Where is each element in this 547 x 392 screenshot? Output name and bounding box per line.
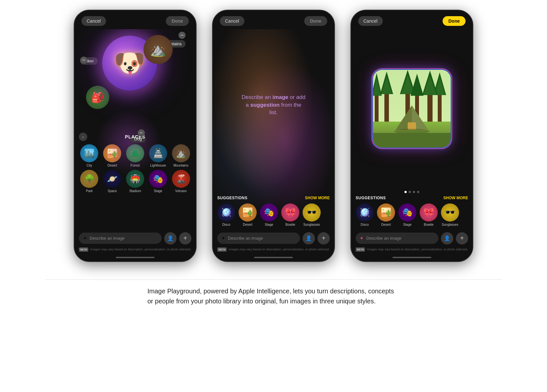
- place-stage[interactable]: 🎭 Stage: [147, 170, 168, 193]
- place-forest-label: Forest: [131, 164, 140, 167]
- minus-icon-mountains: −: [180, 32, 183, 38]
- place-park[interactable]: 🌳 Park: [79, 170, 100, 193]
- hiker-bubble-group[interactable]: − 🎒 Hiker: [80, 57, 98, 65]
- dot-4[interactable]: [417, 191, 419, 193]
- phone-3: Cancel Done: [350, 10, 473, 262]
- describe-line1: Describe an image or add a suggestion fr…: [241, 94, 306, 116]
- phone3-show-more[interactable]: SHOW MORE: [443, 196, 468, 200]
- places-header: ‹ PLACES: [79, 133, 191, 141]
- phone3-bowtie-icon: 🎀: [420, 203, 438, 222]
- person-icon: 👤: [167, 235, 174, 241]
- place-space[interactable]: 🪐 Space: [102, 170, 123, 193]
- place-stadium[interactable]: 🏟️ Stadium: [125, 170, 146, 193]
- place-stadium-label: Stadium: [129, 189, 141, 193]
- phone1-done-button[interactable]: Done: [166, 16, 189, 26]
- place-space-label: Space: [108, 189, 117, 193]
- place-space-icon: 🪐: [103, 170, 121, 188]
- phone3-stage-icon: 🎭: [398, 203, 416, 222]
- phone2-person-button[interactable]: 👤: [303, 232, 315, 245]
- place-stadium-icon: 🏟️: [126, 170, 144, 188]
- place-city[interactable]: 🏙️ City: [79, 144, 100, 167]
- plus-icon: +: [183, 234, 187, 242]
- image-preview-area: [351, 29, 473, 188]
- place-lighthouse-icon: 🏯: [149, 144, 167, 162]
- phone3-cancel-button[interactable]: Cancel: [358, 16, 383, 26]
- phone3-sunglasses-icon: 🕶️: [441, 203, 459, 222]
- svg-rect-21: [408, 122, 416, 130]
- mountains-emoji: ⛰️: [150, 42, 166, 57]
- place-desert[interactable]: 🏜️ Desert: [102, 144, 123, 167]
- phone3-done-button[interactable]: Done: [443, 16, 466, 26]
- phone3-main-area: SUGGESTIONS SHOW MORE 🪩 Disco 🏜️ Desert …: [351, 29, 473, 229]
- dog-minus-btn[interactable]: −: [138, 129, 145, 136]
- dot-2[interactable]: [409, 191, 411, 193]
- place-volcano[interactable]: 🌋 Volcano: [170, 170, 191, 193]
- phones-row: Cancel Done − 🎒 Hiker: [19, 10, 528, 262]
- place-desert-label: Desert: [107, 164, 117, 167]
- phone3-bottom-bar: ✦ Describe an image 👤 +: [351, 229, 473, 246]
- svg-rect-23: [373, 133, 451, 147]
- phone2-main-area: Describe an image or add a suggestion fr…: [213, 29, 334, 229]
- phone2-done-button[interactable]: Done: [304, 16, 327, 26]
- plus-icon-2: +: [322, 234, 326, 242]
- phone3-topbar: Cancel Done: [351, 10, 473, 29]
- phone-1: Cancel Done − 🎒 Hiker: [74, 10, 197, 262]
- camping-image-frame: [373, 70, 451, 147]
- dog-emoji: 🐶: [113, 48, 146, 78]
- mountains-bubble: ⛰️: [144, 35, 173, 64]
- phone1-bottom-bar: ✦ Describe an image 👤 +: [74, 229, 196, 246]
- phone3-disco-label: Disco: [360, 223, 369, 226]
- back-chevron-icon: ‹: [82, 135, 84, 139]
- phone1-person-button[interactable]: 👤: [164, 232, 177, 245]
- place-mountains-label: Mountains: [174, 164, 188, 167]
- hiker-minus-btn[interactable]: −: [80, 57, 87, 64]
- phone3-suggestions-row: 🪩 Disco 🏜️ Desert 🎭 Stage 🎀 Bowtie: [356, 203, 468, 226]
- minus-icon: −: [82, 57, 85, 63]
- phone3-input-placeholder: Describe an image: [366, 236, 401, 241]
- sparkle-icon: ✦: [83, 235, 87, 241]
- phone2-bottom-bar: ✦ Describe an image 👤 +: [213, 229, 334, 246]
- dot-1[interactable]: [404, 191, 407, 193]
- phone3-sugg-disco[interactable]: 🪩 Disco: [356, 203, 374, 226]
- phone3-sugg-desert[interactable]: 🏜️ Desert: [377, 203, 395, 226]
- place-forest[interactable]: 🌲 Forest: [125, 144, 146, 167]
- section-divider: [45, 279, 502, 280]
- phone2-cancel-button[interactable]: Cancel: [220, 16, 244, 26]
- phone1-beta-text: Images may vary based on description, pe…: [90, 247, 191, 251]
- phone2-input-placeholder: Describe an image: [228, 236, 263, 241]
- place-park-label: Park: [86, 189, 93, 193]
- phone1-add-button[interactable]: +: [179, 232, 191, 245]
- phone3-add-button[interactable]: +: [456, 232, 468, 245]
- phone1-cancel-button[interactable]: Cancel: [81, 16, 106, 26]
- place-stage-label: Stage: [154, 189, 162, 193]
- phone1-input-placeholder: Describe an image: [90, 236, 124, 241]
- back-button[interactable]: ‹: [79, 133, 87, 141]
- hiker-bubble: 🎒: [86, 86, 109, 109]
- phone2-topbar: Cancel Done: [213, 10, 334, 29]
- phone1-beta-bar: BETA Images may vary based on descriptio…: [74, 246, 196, 256]
- place-forest-icon: 🌲: [126, 144, 144, 162]
- beta-badge-3: BETA: [356, 247, 365, 252]
- mountains-minus-btn[interactable]: −: [178, 32, 186, 39]
- phone3-input-area[interactable]: ✦ Describe an image: [356, 233, 438, 244]
- phone2-beta-text: Images may vary based on description, pe…: [229, 247, 330, 251]
- place-city-label: City: [87, 164, 92, 167]
- dot-3[interactable]: [413, 191, 415, 193]
- mountains-bubble-group[interactable]: − ⛰️ Mountains: [158, 32, 186, 48]
- phone3-person-button[interactable]: 👤: [441, 232, 453, 245]
- phone1-input-area[interactable]: ✦ Describe an image: [79, 233, 162, 244]
- phone2-add-button[interactable]: +: [317, 232, 330, 245]
- sparkle-icon-red: ✦: [359, 235, 364, 241]
- places-grid: 🏙️ City 🏜️ Desert 🌲 Forest 🏯 Lighthouse: [79, 144, 191, 193]
- phone3-sugg-stage[interactable]: 🎭 Stage: [398, 203, 416, 226]
- person-icon-3: 👤: [444, 235, 450, 241]
- phone3-sugg-bowtie[interactable]: 🎀 Bowtie: [420, 203, 438, 226]
- place-stage-icon: 🎭: [149, 170, 167, 188]
- place-lighthouse[interactable]: 🏯 Lighthouse: [147, 144, 168, 167]
- place-volcano-icon: 🌋: [172, 170, 190, 188]
- beta-badge: BETA: [79, 247, 88, 252]
- place-mountains[interactable]: ⛰️ Mountains: [170, 144, 191, 167]
- phone3-sugg-sunglasses[interactable]: 🕶️ Sunglasses: [441, 203, 459, 226]
- phone2-input-area[interactable]: ✦ Describe an image: [217, 233, 300, 244]
- place-lighthouse-label: Lighthouse: [150, 164, 166, 167]
